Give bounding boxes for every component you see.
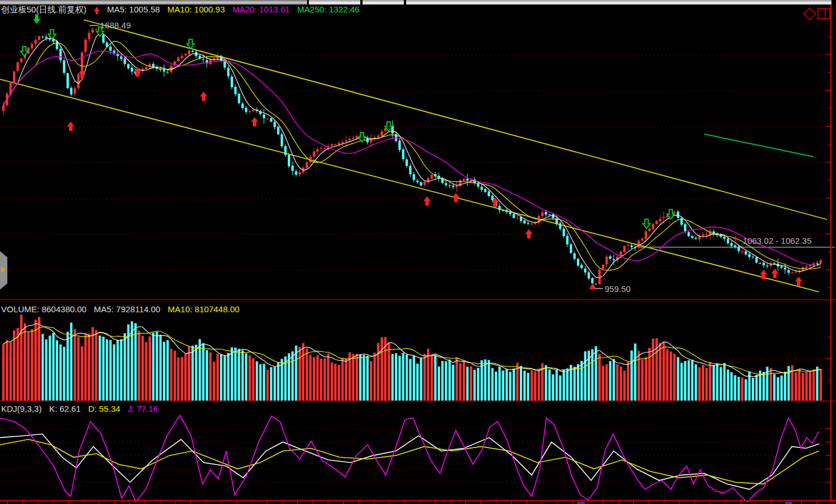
kdj-k-value: K: 62.61 (49, 404, 81, 413)
volume-ma10-value: MA10: 8107448.00 (168, 304, 240, 314)
kdj-j-value: J: 77.16 (128, 404, 158, 413)
kdj-indicator-label: KDJ(9,3,3) (1, 404, 42, 413)
ma5-value: MA5: 1005.58 (107, 5, 160, 14)
ma20-value: MA20: 1013.61 (232, 5, 290, 14)
ma250-value: MA250: 1322.46 (298, 5, 360, 14)
price-label-gap: 1063.02 - 1062.35 (743, 236, 812, 245)
expand-right-triangle-icon (1, 266, 6, 273)
instrument-title: 创业板50(日线.前复权) (1, 5, 87, 14)
left-panel-expand-handle[interactable] (0, 251, 7, 290)
volume-value: VOLUME: 8604380.00 (1, 304, 87, 314)
candlestick-volume-kdj-canvas[interactable] (0, 0, 836, 504)
kdj-header: KDJ(9,3,3) K: 62.61 D: 55.34 J: 77.16 (1, 404, 163, 413)
ma10-value: MA10: 1000.93 (167, 5, 225, 14)
volume-header: VOLUME: 8604380.00 MA5: 7928114.00 MA10:… (1, 304, 244, 314)
split-window-icon-divider (825, 9, 826, 18)
main-chart-header: 创业板50(日线.前复权) MA5: 1005.58 MA10: 1000.93… (1, 5, 365, 15)
kdj-d-value: D: 55.34 (88, 404, 120, 413)
price-label-low: 959.50 (605, 284, 631, 294)
volume-ma5-value: MA5: 7928114.00 (94, 304, 160, 314)
trading-app-chart-window: 创业板50(日线.前复权) MA5: 1005.58 MA10: 1000.93… (0, 0, 836, 504)
split-window-icon[interactable] (817, 8, 830, 19)
price-label-high: 1688.49 (100, 20, 131, 30)
buy-signal-up-arrow-icon (94, 7, 100, 11)
